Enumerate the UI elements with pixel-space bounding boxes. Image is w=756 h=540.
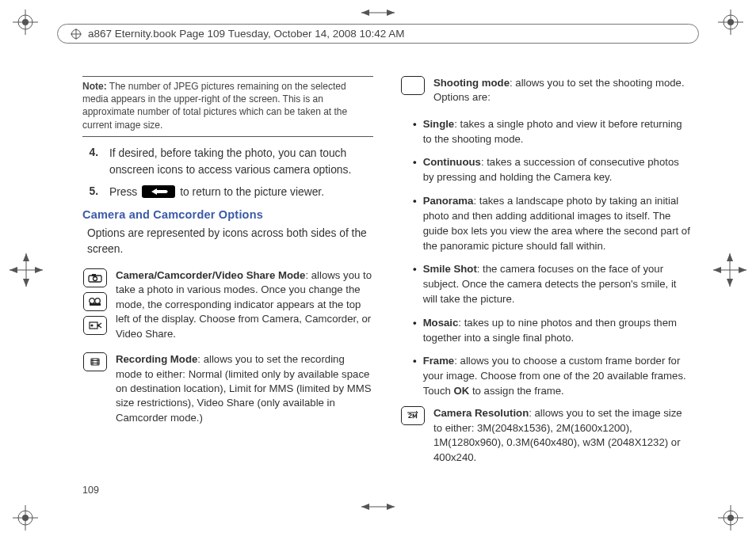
- svg-point-1: [22, 19, 29, 25]
- video-share-icon: [83, 316, 107, 335]
- feature-mode-lead: Camera/Camcorder/Video Share Mode: [116, 269, 305, 281]
- feature-recording-lead: Recording Mode: [116, 353, 197, 365]
- svg-point-8: [18, 511, 32, 525]
- step-list: 4. If desired, before taking the photo, …: [82, 145, 373, 200]
- press-after: to return to the picture viewer.: [180, 184, 324, 200]
- left-column: Note: The number of JPEG pictures remain…: [82, 76, 373, 502]
- svg-marker-32: [361, 504, 369, 510]
- note-body: The number of JPEG pictures remaining on…: [82, 81, 347, 131]
- note-label: Note:: [82, 81, 107, 92]
- section-intro: Options are represented by icons across …: [87, 226, 373, 257]
- shooting-options: Single: takes a single photo and view it…: [400, 116, 691, 398]
- printer-mark-bottom: [360, 499, 396, 535]
- step-5: 5. Press to return to the picture viewer…: [82, 184, 373, 200]
- frame-header: a867 Eternity.book Page 109 Tuesday, Oct…: [57, 24, 699, 44]
- printer-mark-tl: [13, 10, 49, 46]
- svg-marker-29: [361, 10, 369, 16]
- svg-marker-27: [739, 267, 746, 273]
- svg-point-40: [90, 298, 95, 303]
- opt-smile: Smile Shot: the camera focuses on the fa…: [413, 261, 691, 306]
- back-key-icon: [142, 185, 175, 198]
- svg-line-46: [98, 323, 101, 325]
- opt-frame: Frame: allows you to choose a custom fra…: [413, 353, 691, 398]
- svg-marker-20: [10, 267, 17, 273]
- feature-mode: Camera/Camcorder/Video Share Mode: allow…: [82, 268, 373, 341]
- right-column: Shooting mode: allows you to set the sho…: [400, 76, 691, 502]
- svg-marker-24: [727, 253, 733, 261]
- svg-marker-26: [713, 267, 721, 273]
- svg-marker-18: [23, 253, 29, 261]
- note-box: Note: The number of JPEG pictures remain…: [82, 76, 373, 137]
- frame-header-text: a867 Eternity.book Page 109 Tuesday, Oct…: [88, 28, 405, 40]
- svg-rect-42: [90, 303, 101, 306]
- svg-point-13: [727, 515, 734, 521]
- svg-point-44: [90, 324, 93, 326]
- page-number: 109: [82, 485, 99, 496]
- printer-mark-br: [707, 494, 743, 530]
- feature-recording: Recording Mode: allows you to set the re…: [82, 352, 373, 425]
- svg-point-5: [727, 19, 734, 25]
- svg-marker-19: [23, 279, 29, 287]
- camcorder-icon: [83, 292, 107, 311]
- printer-mark-tr: [707, 10, 743, 46]
- opt-mosaic: Mosaic: takes up to nine photos and then…: [413, 315, 691, 345]
- svg-point-9: [22, 515, 29, 521]
- svg-marker-25: [727, 279, 733, 287]
- feature-resolution-lead: Camera Resolution: [433, 407, 529, 419]
- opt-panorama: Panorama: takes a landscape photo by tak…: [413, 193, 691, 254]
- svg-point-39: [94, 276, 97, 280]
- page-content: Note: The number of JPEG pictures remain…: [82, 76, 691, 502]
- svg-point-41: [95, 298, 101, 303]
- svg-marker-30: [387, 10, 395, 16]
- section-heading: Camera and Camcorder Options: [82, 207, 373, 223]
- svg-line-47: [98, 325, 101, 328]
- step-text: If desired, before taking the photo, you…: [109, 145, 373, 179]
- opt-single: Single: takes a single photo and view it…: [413, 116, 691, 146]
- feature-resolution: 2ᴍ Camera Resolution: allows you to set …: [400, 406, 691, 465]
- target-icon: [71, 29, 82, 40]
- svg-point-12: [724, 511, 738, 525]
- feature-shooting-lead: Shooting mode: [433, 77, 510, 89]
- svg-rect-53: [408, 83, 418, 89]
- feature-shooting: Shooting mode: allows you to set the sho…: [400, 76, 691, 105]
- svg-rect-38: [92, 274, 96, 276]
- svg-marker-33: [387, 504, 395, 510]
- shooting-mode-icon: [401, 76, 425, 95]
- recording-mode-icon: [83, 352, 107, 371]
- step-number: 4.: [82, 145, 98, 179]
- resolution-icon: 2ᴍ: [401, 406, 425, 425]
- step-4: 4. If desired, before taking the photo, …: [82, 145, 373, 179]
- svg-point-0: [18, 15, 32, 29]
- press-label: Press: [109, 184, 137, 200]
- printer-mark-left: [8, 252, 44, 288]
- step-number: 5.: [82, 184, 98, 200]
- opt-continuous: Continuous: takes a succession of consec…: [413, 154, 691, 184]
- svg-marker-21: [35, 267, 43, 273]
- printer-mark-bl: [13, 494, 49, 530]
- printer-mark-right: [712, 252, 748, 288]
- svg-point-4: [724, 15, 738, 29]
- camera-icon: [83, 268, 107, 287]
